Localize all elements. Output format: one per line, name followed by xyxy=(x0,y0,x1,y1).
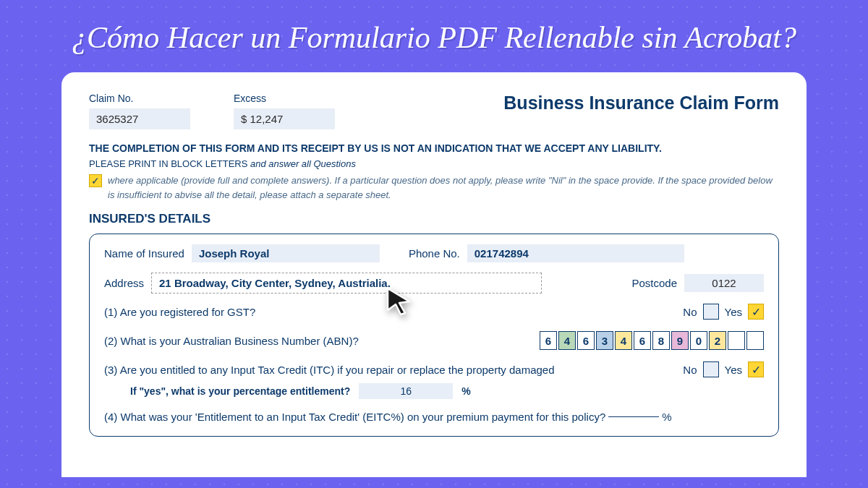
name-label: Name of Insured xyxy=(104,247,184,260)
q3-no-checkbox[interactable] xyxy=(703,361,719,377)
abn-boxes[interactable]: 6463468902 xyxy=(540,331,764,350)
form-card: Claim No. 3625327 Excess $ 12,247 Busine… xyxy=(61,72,807,477)
abn-digit[interactable]: 6 xyxy=(577,331,595,350)
abn-digit[interactable]: 4 xyxy=(558,331,576,350)
abn-digit[interactable]: 0 xyxy=(690,331,707,350)
q4-blank-input[interactable] xyxy=(608,416,659,417)
question-4: (4) What was your 'Entitlement to an Inp… xyxy=(104,411,605,423)
abn-digit[interactable]: 6 xyxy=(540,331,557,350)
percent-symbol: % xyxy=(662,411,671,423)
excess-label: Excess xyxy=(234,93,335,104)
form-title: Business Insurance Claim Form xyxy=(503,93,779,114)
applicable-note: where applicable (provide full and compl… xyxy=(108,174,779,202)
banner-title: ¿Cómo Hacer un Formulario PDF Rellenable… xyxy=(0,20,868,55)
name-input[interactable]: Joseph Royal xyxy=(192,244,380,262)
abn-digit[interactable]: 3 xyxy=(596,331,613,350)
print-instruction: PLEASE PRINT IN BLOCK LETTERS and answer… xyxy=(89,158,779,169)
phone-input[interactable]: 021742894 xyxy=(467,244,684,262)
abn-digit[interactable]: 2 xyxy=(709,331,726,350)
q3-yes-checkbox[interactable]: ✓ xyxy=(748,361,764,377)
percent-symbol: % xyxy=(461,385,470,397)
question-1: (1) Are you registered for GST? xyxy=(104,306,255,318)
question-3-sub: If "yes", what is your percentage entitl… xyxy=(130,385,350,397)
no-label: No xyxy=(683,306,697,318)
abn-digit[interactable]: 8 xyxy=(652,331,670,350)
claim-no-field[interactable]: 3625327 xyxy=(89,108,190,129)
phone-label: Phone No. xyxy=(409,247,460,260)
q1-no-checkbox[interactable] xyxy=(703,304,719,320)
yes-label: Yes xyxy=(725,306,742,318)
address-label: Address xyxy=(104,277,144,289)
yes-label: Yes xyxy=(725,364,742,376)
claim-no-label: Claim No. xyxy=(89,93,190,104)
postcode-input[interactable]: 0122 xyxy=(684,274,764,292)
question-3: (3) Are you entitled to any Input Tax Cr… xyxy=(104,364,555,376)
checkmark-icon: ✓ xyxy=(89,174,102,187)
disclaimer-text: THE COMPLETION OF THIS FORM AND ITS RECE… xyxy=(89,142,779,154)
abn-digit[interactable]: 4 xyxy=(615,331,632,350)
abn-digit[interactable]: 6 xyxy=(634,331,651,350)
section-title: INSURED'S DETAILS xyxy=(89,212,779,226)
abn-digit[interactable] xyxy=(746,331,764,350)
q1-yes-checkbox[interactable]: ✓ xyxy=(748,304,764,320)
excess-field[interactable]: $ 12,247 xyxy=(234,108,335,129)
no-label: No xyxy=(683,364,697,376)
percentage-input[interactable]: 16 xyxy=(359,383,453,399)
insured-details-box: Name of Insured Joseph Royal Phone No. 0… xyxy=(89,234,779,437)
postcode-label: Postcode xyxy=(631,277,677,289)
question-2: (2) What is your Australian Business Num… xyxy=(104,335,359,347)
address-input[interactable]: 21 Broadway, City Center, Sydney, Austri… xyxy=(151,273,542,294)
abn-digit[interactable]: 9 xyxy=(671,331,689,350)
abn-digit[interactable] xyxy=(728,331,745,350)
